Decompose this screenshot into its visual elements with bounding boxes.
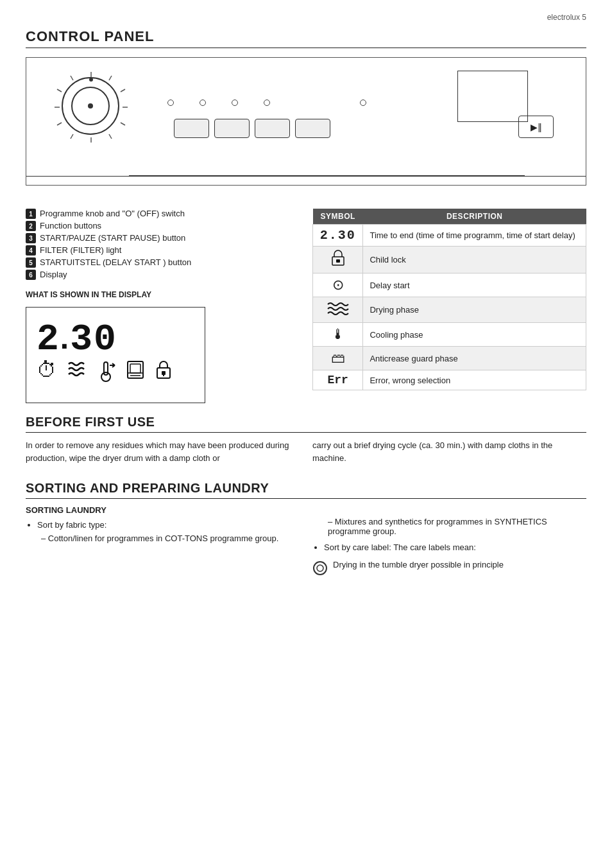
indicator-dot-1	[167, 100, 174, 106]
before-use-left: In order to remove any residues which ma…	[26, 439, 300, 469]
list-item: 5 STARTUITSTEL (DELAY START ) button	[26, 257, 300, 268]
svg-line-9	[57, 123, 62, 125]
drying-table-icon	[327, 300, 350, 316]
svg-line-6	[109, 134, 112, 139]
list-item: Mixtures and synthetics for programmes i…	[328, 517, 586, 536]
callout-num: 4	[26, 245, 36, 256]
before-use-content: In order to remove any residues which ma…	[26, 439, 586, 469]
svg-rect-20	[130, 364, 140, 373]
symbol-cell: Err	[313, 370, 363, 390]
symbol-table: SYMBOL DESCRIPTION 2.30 Time to end (tim…	[312, 209, 586, 390]
care-label-icon	[312, 560, 328, 578]
child-lock-icon	[155, 359, 173, 382]
svg-rect-27	[336, 259, 340, 263]
digit-dot: .	[60, 320, 69, 356]
list-item: 4 FILTER (FILTER) light	[26, 245, 300, 256]
sorting-right: Mixtures and synthetics for programmes i…	[312, 505, 586, 578]
svg-point-0	[55, 71, 128, 144]
symbol-table-section: SYMBOL DESCRIPTION 2.30 Time to end (tim…	[312, 209, 586, 403]
svg-point-13	[89, 78, 93, 82]
child-lock-table-icon	[331, 250, 345, 266]
svg-line-12	[71, 76, 73, 80]
symbol-cell: 2.30	[313, 225, 363, 247]
desc-cell: Child lock	[363, 247, 586, 273]
list-item: 2 Function buttons	[26, 221, 300, 231]
section-title-sorting: SORTING AND PREPARING LAUNDRY	[26, 481, 586, 499]
desc-cell: Drying phase	[363, 297, 586, 323]
svg-line-5	[121, 123, 125, 125]
table-row: 🗃 Anticrease guard phase	[313, 347, 586, 370]
symbol-cell: 🗃	[313, 347, 363, 370]
drying-phase-icon	[66, 359, 87, 382]
table-row: Drying phase	[313, 297, 586, 323]
indicator-dot-2	[200, 100, 206, 106]
indicator-dot-5	[360, 100, 366, 106]
symbol-cell: 🌡	[313, 323, 363, 347]
bottom-line	[26, 176, 586, 185]
desc-cell: Anticrease guard phase	[363, 347, 586, 370]
display-visual: 2 . 3 0 ⏱	[26, 307, 205, 403]
table-row: ⊙ Delay start	[313, 273, 586, 297]
svg-point-28	[314, 562, 327, 575]
function-btn-4	[295, 119, 330, 138]
sorting-dash-list: Cotton/linen for programmes in COT-TONS …	[41, 534, 300, 543]
callout-list: 1 Programme knob and "O" (OFF) switch 2 …	[26, 209, 300, 280]
symbol-col-header: SYMBOL	[313, 209, 363, 225]
display-icons-row: ⏱	[37, 358, 194, 382]
display-number-visual: 2 . 3 0	[37, 320, 194, 358]
callout-num: 1	[26, 209, 36, 219]
description-col-header: DESCRIPTION	[363, 209, 586, 225]
before-use-right: carry out a brief drying cycle (ca. 30 m…	[312, 439, 586, 469]
symbol-cell: ⊙	[313, 273, 363, 297]
indicator-dot-4	[264, 100, 270, 106]
before-use-text-1: In order to remove any residues which ma…	[26, 439, 300, 464]
care-label-row: Drying in the tumble dryer possible in p…	[312, 559, 586, 578]
callout-num: 2	[26, 221, 36, 231]
list-item: 6 Display	[26, 270, 300, 280]
table-row: Child lock	[313, 247, 586, 273]
svg-point-29	[317, 565, 323, 571]
symbol-cell	[313, 297, 363, 323]
desc-cell: Time to end (time of time programm, time…	[363, 225, 586, 247]
desc-cell: Cooling phase	[363, 323, 586, 347]
function-btn-1	[174, 119, 209, 138]
table-row: 🌡 Cooling phase	[313, 323, 586, 347]
list-item: Sort by care label: The care labels mean…	[324, 541, 586, 554]
what-shown-title: WHAT IS SHOWN IN THE DISPLAY	[26, 290, 300, 299]
sorting-subtitle: SORTING LAUNDRY	[26, 505, 300, 515]
display-box	[457, 71, 528, 122]
function-btn-3	[255, 119, 290, 138]
callout-num: 5	[26, 257, 36, 268]
callout-text: STARTUITSTEL (DELAY START ) button	[40, 257, 191, 267]
start-pause-button: ▶‖	[518, 116, 554, 138]
control-panel-details: 1 Programme knob and "O" (OFF) switch 2 …	[26, 209, 586, 403]
sorting-dash-list-right: Mixtures and synthetics for programmes i…	[328, 517, 586, 536]
anticrease-icon	[125, 359, 146, 382]
function-buttons-row	[174, 119, 330, 138]
sorting-bullet-list: Sort by fabric type:	[37, 519, 300, 532]
digit-0: 0	[94, 321, 116, 358]
symbol-cell	[313, 247, 363, 273]
callout-text: Programme knob and "O" (OFF) switch	[40, 209, 185, 218]
desc-cell: Error, wrong selection	[363, 370, 586, 390]
care-label-text: Drying in the tumble dryer possible in p…	[333, 559, 504, 571]
section-title-control-panel: CONTROL PANEL	[26, 28, 586, 48]
care-label-bullet: Sort by care label: The care labels mean…	[324, 541, 586, 554]
function-btn-2	[214, 119, 250, 138]
callout-text: Function buttons	[40, 221, 101, 230]
desc-cell: Delay start	[363, 273, 586, 297]
brand-label: electrolux 5	[26, 13, 586, 22]
callout-list-section: 1 Programme knob and "O" (OFF) switch 2 …	[26, 209, 300, 403]
svg-line-8	[71, 134, 73, 139]
svg-line-11	[57, 89, 62, 92]
sorting-content: SORTING LAUNDRY Sort by fabric type: Cot…	[26, 505, 586, 578]
cooling-phase-icon	[96, 359, 116, 382]
knob-ticks-svg	[51, 67, 132, 148]
callout-text: FILTER (FILTER) light	[40, 245, 121, 255]
section-title-before-use: BEFORE FIRST USE	[26, 415, 586, 433]
list-item: 1 Programme knob and "O" (OFF) switch	[26, 209, 300, 219]
delay-start-icon: ⏱	[37, 358, 57, 382]
svg-point-14	[101, 372, 110, 381]
svg-line-3	[121, 89, 125, 92]
before-use-text-2: carry out a brief drying cycle (ca. 30 m…	[312, 439, 586, 464]
